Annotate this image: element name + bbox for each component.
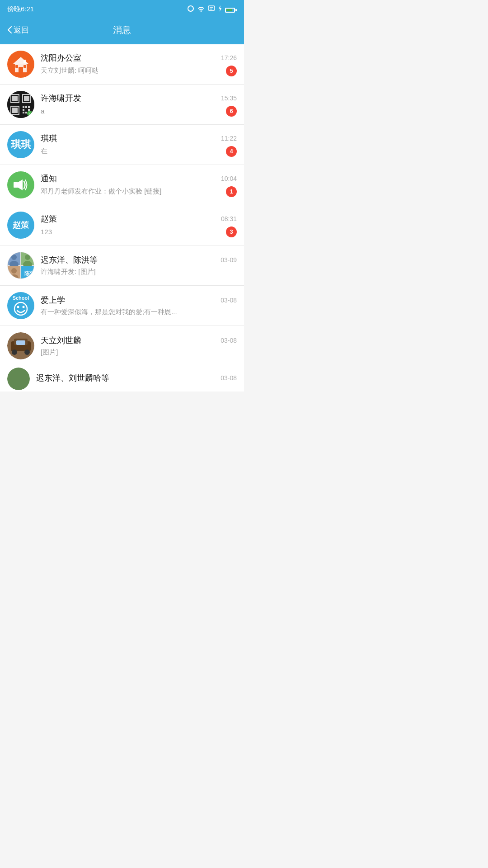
svg-point-50 — [12, 349, 17, 355]
svg-rect-16 — [24, 96, 29, 101]
message-preview: 邓丹丹老师发布作业：做个小实验 [链接] — [41, 187, 221, 196]
message-content: 迟东洋、陈洪等 03-09 许海啸开发: [图片] — [41, 255, 237, 276]
message-content: 琪琪 11:22 在 4 — [41, 133, 237, 157]
message-time: 08:31 — [221, 215, 237, 222]
message-content: 许海啸开发 15:35 a 6 — [41, 93, 237, 117]
svg-rect-11 — [23, 60, 26, 63]
status-icons — [187, 5, 237, 14]
avatar: 赵策 — [7, 212, 34, 239]
back-label: 返回 — [14, 25, 29, 35]
message-content: 通知 10:04 邓丹丹老师发布作业：做个小实验 [链接] 1 — [41, 173, 237, 197]
list-item[interactable]: 通知 10:04 邓丹丹老师发布作业：做个小实验 [链接] 1 — [0, 165, 244, 205]
back-button[interactable]: 返回 — [7, 25, 29, 35]
svg-marker-5 — [219, 5, 221, 12]
svg-rect-18 — [12, 108, 18, 113]
contact-name: 沈阳办公室 — [41, 52, 81, 63]
svg-rect-22 — [23, 109, 24, 111]
unread-badge: 6 — [226, 106, 237, 117]
message-preview: a — [41, 107, 221, 115]
message-preview: 有一种爱深似海，那是您对我的爱;有一种恩... — [41, 308, 237, 316]
list-item[interactable]: 沈阳办公室 17:26 天立刘世麟: 呵呵哒 5 — [0, 44, 244, 85]
wifi-icon — [197, 5, 205, 13]
unread-badge: 4 — [226, 146, 237, 157]
svg-rect-52 — [16, 340, 25, 345]
svg-point-1 — [201, 10, 202, 12]
message-time: 11:22 — [221, 135, 237, 142]
contact-name: 赵策 — [41, 213, 57, 224]
message-preview: 天立刘世麟: 呵呵哒 — [41, 66, 221, 75]
lightning-icon — [218, 5, 222, 14]
message-time: 03-08 — [221, 297, 237, 304]
status-bar: 傍晚6:21 — [0, 0, 244, 18]
list-item[interactable]: 天立刘世麟 03-08 [图片] — [0, 326, 244, 366]
message-list: 沈阳办公室 17:26 天立刘世麟: 呵呵哒 5 — [0, 44, 244, 392]
message-content: 赵策 08:31 123 3 — [41, 213, 237, 237]
avatar: 陈洪 — [7, 252, 34, 279]
unread-badge: 3 — [226, 226, 237, 237]
contact-name: 爱上学 — [41, 295, 65, 306]
svg-point-46 — [23, 306, 25, 308]
svg-text:♪: ♪ — [28, 112, 30, 116]
page-title: 消息 — [113, 24, 131, 36]
svg-point-54 — [7, 368, 30, 390]
svg-point-0 — [188, 6, 193, 11]
list-item[interactable]: School 爱上学 03-08 有一种爱深似海，那是您对我的爱;有一种恩... — [0, 286, 244, 326]
svg-marker-6 — [13, 57, 29, 64]
message-time: 03-09 — [221, 256, 237, 264]
message-preview: 在 — [41, 147, 221, 156]
avatar — [7, 332, 34, 359]
svg-rect-24 — [25, 112, 27, 113]
message-time: 10:04 — [221, 175, 237, 182]
svg-rect-25 — [23, 112, 24, 113]
avatar — [7, 171, 34, 198]
svg-rect-14 — [12, 96, 18, 101]
svg-rect-23 — [28, 109, 30, 111]
status-time: 傍晚6:21 — [7, 5, 34, 14]
circle-status-icon — [187, 5, 194, 14]
message-preview: [图片] — [41, 348, 237, 357]
message-time: 17:26 — [221, 54, 237, 61]
svg-rect-8 — [19, 67, 23, 72]
contact-name: 琪琪 — [41, 133, 57, 144]
svg-rect-20 — [25, 106, 27, 108]
svg-rect-29 — [14, 182, 18, 188]
contact-name: 通知 — [41, 173, 57, 184]
avatar: ♪ — [7, 91, 34, 118]
battery-icon — [225, 6, 237, 13]
list-item[interactable]: 赵策 赵策 08:31 123 3 — [0, 205, 244, 245]
svg-rect-21 — [28, 106, 30, 108]
message-content: 沈阳办公室 17:26 天立刘世麟: 呵呵哒 5 — [41, 52, 237, 76]
contact-name: 许海啸开发 — [41, 93, 81, 104]
contact-name: 迟东洋、刘世麟哈等 — [36, 373, 109, 383]
avatar — [7, 51, 34, 78]
unread-badge: 1 — [226, 186, 237, 197]
unread-badge: 5 — [226, 66, 237, 76]
list-item[interactable]: ♪ 许海啸开发 15:35 a 6 — [0, 85, 244, 125]
message-content: 天立刘世麟 03-08 [图片] — [41, 335, 237, 357]
contact-name: 迟东洋、陈洪等 — [41, 255, 98, 265]
svg-rect-10 — [23, 65, 26, 68]
svg-point-45 — [17, 306, 19, 308]
message-icon — [208, 5, 215, 13]
list-item[interactable]: 迟东洋、刘世麟哈等 03-08 — [0, 366, 244, 392]
svg-point-44 — [14, 302, 27, 315]
message-content: 爱上学 03-08 有一种爱深似海，那是您对我的爱;有一种恩... — [41, 295, 237, 316]
avatar: 琪琪 — [7, 131, 34, 158]
svg-marker-30 — [18, 179, 23, 190]
message-preview: 许海啸开发: [图片] — [41, 268, 237, 276]
contact-name: 天立刘世麟 — [41, 335, 81, 346]
list-item[interactable]: 陈洪 迟东洋、陈洪等 03-09 许海啸开发: [图片] — [0, 245, 244, 286]
list-item[interactable]: 琪琪 琪琪 11:22 在 4 — [0, 125, 244, 165]
message-preview: 123 — [41, 228, 221, 236]
message-content: 迟东洋、刘世麟哈等 03-08 — [36, 373, 237, 386]
svg-point-51 — [24, 349, 30, 355]
avatar — [7, 368, 30, 390]
message-time: 15:35 — [221, 94, 237, 102]
message-time: 03-08 — [221, 374, 237, 382]
svg-rect-9 — [15, 65, 18, 68]
svg-rect-2 — [208, 6, 215, 10]
message-time: 03-08 — [221, 337, 237, 344]
avatar: School — [7, 292, 34, 319]
header: 返回 消息 — [0, 18, 244, 44]
svg-rect-19 — [23, 106, 24, 108]
